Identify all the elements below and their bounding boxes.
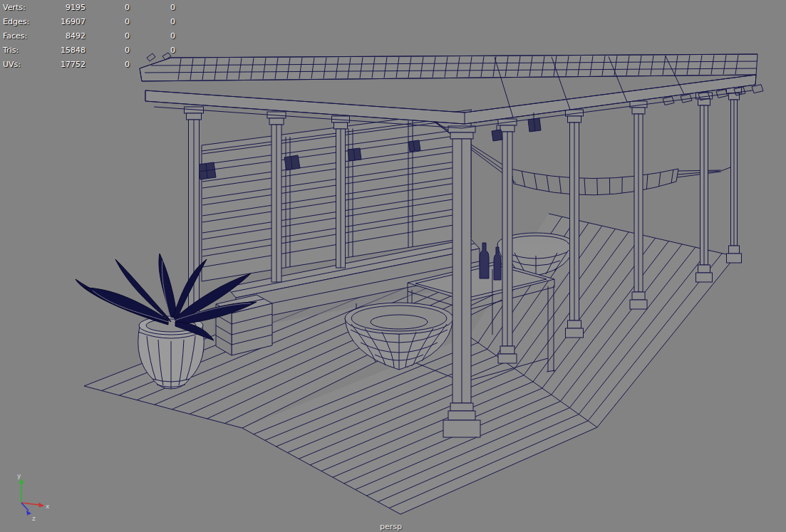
pergola-roof [140, 53, 763, 128]
z-axis-label: z [32, 515, 36, 522]
x-axis-label: x [46, 503, 50, 510]
z-axis-arrow-icon [26, 511, 31, 516]
axis-gizmo: y x z [17, 472, 50, 522]
viewport-canvas[interactable]: y x z [0, 0, 786, 532]
camera-label: persp [380, 522, 402, 531]
x-axis-arrow-icon [38, 503, 44, 508]
maya-viewport: { "hud": { "rows": [ {"label": "Verts:",… [0, 0, 786, 532]
y-axis-label: y [17, 472, 21, 479]
y-axis-arrow-icon [19, 479, 24, 484]
